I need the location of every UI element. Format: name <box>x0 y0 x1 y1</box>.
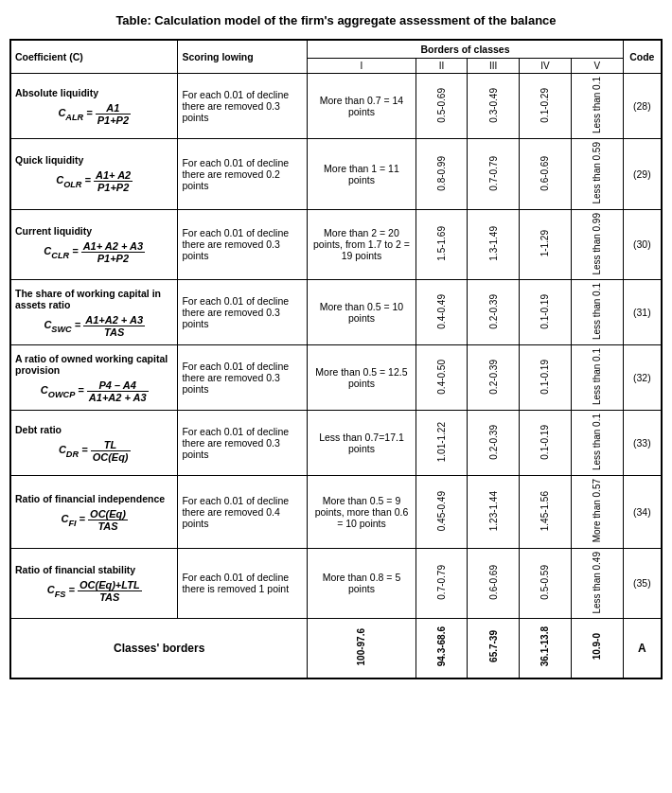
class1-cell: More than 0.8 = 5 points <box>308 548 416 619</box>
class2-cell: 0.5-0.69 <box>416 74 468 139</box>
class4-cell: 1-1.29 <box>520 209 572 280</box>
code-cell: (29) <box>623 139 662 210</box>
class3-cell: 0.6-0.69 <box>468 548 520 619</box>
table-row: Ratio of financial stability CFS = OC(Eq… <box>10 548 662 619</box>
scoring-cell: For each 0.01 of decline there are remov… <box>178 411 308 476</box>
header-coefficient: Coefficient (C) <box>10 40 178 74</box>
class5-cell: Less than 0.1 <box>571 280 623 345</box>
class5-cell: More than 0.57 <box>571 476 623 548</box>
code-cell: (35) <box>623 548 662 619</box>
class5-cell: Less than 0.1 <box>571 411 623 476</box>
class5-cell: Less than 0.99 <box>571 209 623 280</box>
class3-cell: 0.3-0.49 <box>468 74 520 139</box>
class3-cell: 1.23-1.44 <box>468 476 520 548</box>
class5-cell: Less than 0.49 <box>571 548 623 619</box>
coefficient-cell: Ratio of financial independence CFI = OC… <box>10 476 178 548</box>
class1-cell: More than 2 = 20 points, from 1.7 to 2 =… <box>308 209 416 280</box>
coefficient-cell: Debt ratio CDR = TL OC(Eq) <box>10 411 178 476</box>
scoring-cell: For each 0.01 of decline there is remove… <box>178 548 308 619</box>
scoring-cell: For each 0.01 of decline there are remov… <box>178 280 308 345</box>
class4-cell: 0.6-0.69 <box>520 139 572 210</box>
header-class1: I <box>308 59 416 74</box>
header-code: Code <box>623 40 662 74</box>
class2-cell: 0.4-0.49 <box>416 280 468 345</box>
coefficient-cell: A ratio of owned working capital provisi… <box>10 345 178 411</box>
class4-cell: 0.5-0.59 <box>520 548 572 619</box>
class5-cell: Less than 0.1 <box>571 345 623 411</box>
table-row: The share of working capital in assets r… <box>10 280 662 345</box>
coefficient-cell: Current liquidity CCLR = A1+ A2 + A3 P1+… <box>10 209 178 280</box>
code-cell: (31) <box>623 280 662 345</box>
header-class4: IV <box>520 59 572 74</box>
scoring-cell: For each 0.01 of decline there are remov… <box>178 345 308 411</box>
class2-cell: 1.01-1.22 <box>416 411 468 476</box>
table-row: Absolute liquidity CALR = A1 P1+P2 For e… <box>10 74 662 139</box>
code-cell: (32) <box>623 345 662 411</box>
scoring-cell: For each 0.01 of decline there are remov… <box>178 139 308 210</box>
coefficient-cell: The share of working capital in assets r… <box>10 280 178 345</box>
class1-cell: More than 0.5 = 9 points, more than 0.6 … <box>308 476 416 548</box>
class4-cell: 0.1-0.19 <box>520 411 572 476</box>
class1-cell: More than 1 = 11 points <box>308 139 416 210</box>
class1-cell: More than 0.7 = 14 points <box>308 74 416 139</box>
class2-cell: 0.8-0.99 <box>416 139 468 210</box>
border-code: A <box>623 619 662 678</box>
header-class3: III <box>468 59 520 74</box>
class5-cell: Less than 0.1 <box>571 74 623 139</box>
code-cell: (34) <box>623 476 662 548</box>
class3-cell: 0.2-0.39 <box>468 345 520 411</box>
class2-cell: 0.4-0.50 <box>416 345 468 411</box>
border-class5: 10.9-0 <box>571 619 623 678</box>
code-cell: (28) <box>623 74 662 139</box>
table-row: Ratio of financial independence CFI = OC… <box>10 476 662 548</box>
border-class1: 100-97.6 <box>308 619 416 678</box>
scoring-cell: For each 0.01 of decline there are remov… <box>178 209 308 280</box>
class1-cell: Less than 0.7=17.1 points <box>308 411 416 476</box>
class4-cell: 0.1-0.19 <box>520 345 572 411</box>
border-class3: 65.7-39 <box>468 619 520 678</box>
class3-cell: 1.3-1.49 <box>468 209 520 280</box>
class4-cell: 0.1-0.19 <box>520 280 572 345</box>
class1-cell: More than 0.5 = 12.5 points <box>308 345 416 411</box>
header-borders: Borders of classes <box>308 40 623 59</box>
class2-cell: 0.45-0.49 <box>416 476 468 548</box>
coefficient-cell: Absolute liquidity CALR = A1 P1+P2 <box>10 74 178 139</box>
class3-cell: 0.7-0.79 <box>468 139 520 210</box>
table-row: Current liquidity CCLR = A1+ A2 + A3 P1+… <box>10 209 662 280</box>
page-title: Table: Calculation model of the firm's a… <box>9 9 663 31</box>
header-scoring: Scoring lowing <box>178 40 308 74</box>
class3-cell: 0.2-0.39 <box>468 411 520 476</box>
border-class4: 36.1-13.8 <box>520 619 572 678</box>
classes-border-row: Classes' borders100-97.694.3-68.665.7-39… <box>10 619 662 678</box>
classes-border-label: Classes' borders <box>10 619 308 678</box>
coefficient-cell: Quick liquidity COLR = A1+ A2 P1+P2 <box>10 139 178 210</box>
table-row: Debt ratio CDR = TL OC(Eq) For each 0.01… <box>10 411 662 476</box>
class3-cell: 0.2-0.39 <box>468 280 520 345</box>
class2-cell: 1.5-1.69 <box>416 209 468 280</box>
table-row: Quick liquidity COLR = A1+ A2 P1+P2 For … <box>10 139 662 210</box>
header-class5: V <box>571 59 623 74</box>
scoring-cell: For each 0.01 of decline there are remov… <box>178 476 308 548</box>
class4-cell: 0.1-0.29 <box>520 74 572 139</box>
header-class2: II <box>416 59 468 74</box>
code-cell: (33) <box>623 411 662 476</box>
border-class2: 94.3-68.6 <box>416 619 468 678</box>
class4-cell: 1.45-1.56 <box>520 476 572 548</box>
table-row: A ratio of owned working capital provisi… <box>10 345 662 411</box>
class1-cell: More than 0.5 = 10 points <box>308 280 416 345</box>
code-cell: (30) <box>623 209 662 280</box>
class5-cell: Less than 0.59 <box>571 139 623 210</box>
coefficient-cell: Ratio of financial stability CFS = OC(Eq… <box>10 548 178 619</box>
class2-cell: 0.7-0.79 <box>416 548 468 619</box>
scoring-cell: For each 0.01 of decline there are remov… <box>178 74 308 139</box>
